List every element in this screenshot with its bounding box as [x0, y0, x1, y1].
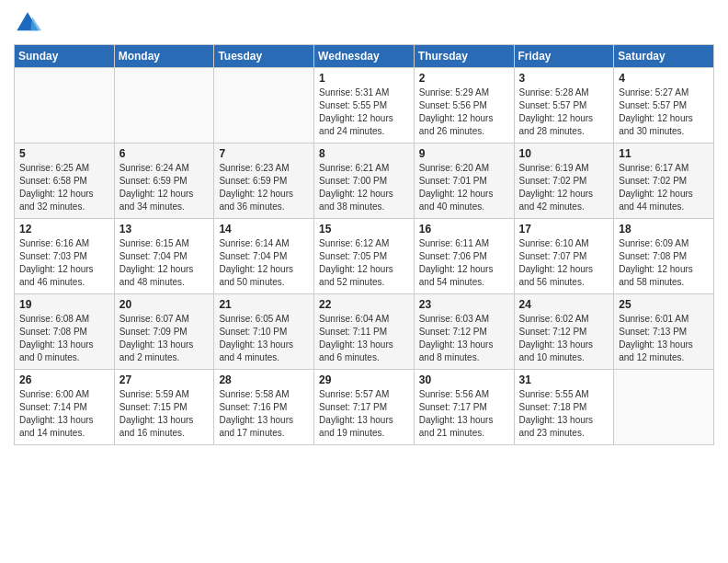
day-number: 27	[119, 373, 210, 386]
day-info: Sunrise: 6:19 AM Sunset: 7:02 PM Dayligh…	[519, 163, 594, 212]
day-info: Sunrise: 6:24 AM Sunset: 6:59 PM Dayligh…	[119, 163, 194, 212]
day-number: 24	[519, 298, 609, 311]
day-cell: 2Sunrise: 5:29 AM Sunset: 5:56 PM Daylig…	[414, 68, 514, 144]
day-number: 10	[519, 147, 609, 160]
day-cell: 31Sunrise: 5:55 AM Sunset: 7:18 PM Dayli…	[514, 370, 614, 445]
day-cell: 5Sunrise: 6:25 AM Sunset: 6:58 PM Daylig…	[15, 144, 115, 219]
header-row: SundayMondayTuesdayWednesdayThursdayFrid…	[15, 45, 714, 68]
day-info: Sunrise: 6:16 AM Sunset: 7:03 PM Dayligh…	[19, 238, 94, 287]
day-cell: 3Sunrise: 5:28 AM Sunset: 5:57 PM Daylig…	[514, 68, 614, 144]
week-row-5: 26Sunrise: 6:00 AM Sunset: 7:14 PM Dayli…	[15, 370, 714, 445]
day-info: Sunrise: 5:59 AM Sunset: 7:15 PM Dayligh…	[119, 389, 194, 438]
day-info: Sunrise: 6:09 AM Sunset: 7:08 PM Dayligh…	[619, 238, 693, 287]
day-cell	[114, 68, 214, 144]
day-number: 7	[219, 147, 309, 160]
day-cell: 9Sunrise: 6:20 AM Sunset: 7:01 PM Daylig…	[414, 144, 514, 219]
header-day-thursday: Thursday	[414, 45, 514, 68]
day-cell: 18Sunrise: 6:09 AM Sunset: 7:08 PM Dayli…	[614, 219, 714, 294]
day-info: Sunrise: 6:04 AM Sunset: 7:11 PM Dayligh…	[319, 314, 393, 362]
day-cell: 10Sunrise: 6:19 AM Sunset: 7:02 PM Dayli…	[514, 144, 614, 219]
day-cell: 24Sunrise: 6:02 AM Sunset: 7:12 PM Dayli…	[514, 294, 614, 370]
day-cell: 26Sunrise: 6:00 AM Sunset: 7:14 PM Dayli…	[15, 370, 115, 445]
day-cell: 19Sunrise: 6:08 AM Sunset: 7:08 PM Dayli…	[15, 294, 115, 370]
day-number: 5	[19, 147, 109, 160]
day-info: Sunrise: 6:23 AM Sunset: 6:59 PM Dayligh…	[219, 163, 293, 212]
day-info: Sunrise: 5:27 AM Sunset: 5:57 PM Dayligh…	[619, 87, 693, 136]
week-row-1: 1Sunrise: 5:31 AM Sunset: 5:55 PM Daylig…	[15, 68, 714, 144]
day-number: 16	[419, 223, 509, 236]
header-day-friday: Friday	[514, 45, 614, 68]
day-number: 14	[219, 223, 309, 236]
day-cell: 4Sunrise: 5:27 AM Sunset: 5:57 PM Daylig…	[614, 68, 714, 144]
day-info: Sunrise: 5:57 AM Sunset: 7:17 PM Dayligh…	[319, 389, 393, 438]
day-info: Sunrise: 6:17 AM Sunset: 7:02 PM Dayligh…	[619, 163, 693, 212]
day-info: Sunrise: 5:31 AM Sunset: 5:55 PM Dayligh…	[319, 87, 393, 136]
day-number: 29	[319, 373, 409, 386]
day-cell: 7Sunrise: 6:23 AM Sunset: 6:59 PM Daylig…	[214, 144, 314, 219]
day-info: Sunrise: 6:15 AM Sunset: 7:04 PM Dayligh…	[119, 238, 194, 287]
day-info: Sunrise: 6:20 AM Sunset: 7:01 PM Dayligh…	[419, 163, 494, 212]
day-cell: 1Sunrise: 5:31 AM Sunset: 5:55 PM Daylig…	[314, 68, 415, 144]
day-cell: 17Sunrise: 6:10 AM Sunset: 7:07 PM Dayli…	[514, 219, 614, 294]
day-cell: 23Sunrise: 6:03 AM Sunset: 7:12 PM Dayli…	[414, 294, 514, 370]
day-number: 23	[419, 298, 509, 311]
day-info: Sunrise: 6:25 AM Sunset: 6:58 PM Dayligh…	[19, 163, 94, 212]
day-number: 4	[619, 72, 709, 85]
day-cell: 30Sunrise: 5:56 AM Sunset: 7:17 PM Dayli…	[414, 370, 514, 445]
day-cell: 8Sunrise: 6:21 AM Sunset: 7:00 PM Daylig…	[314, 144, 415, 219]
day-number: 17	[519, 223, 609, 236]
day-info: Sunrise: 6:05 AM Sunset: 7:10 PM Dayligh…	[219, 314, 293, 362]
week-row-2: 5Sunrise: 6:25 AM Sunset: 6:58 PM Daylig…	[15, 144, 714, 219]
day-number: 26	[19, 373, 109, 386]
header-day-sunday: Sunday	[15, 45, 115, 68]
header-day-saturday: Saturday	[614, 45, 714, 68]
day-number: 31	[519, 373, 609, 386]
day-info: Sunrise: 5:28 AM Sunset: 5:57 PM Dayligh…	[519, 87, 594, 136]
day-number: 25	[619, 298, 709, 311]
day-info: Sunrise: 6:02 AM Sunset: 7:12 PM Dayligh…	[519, 314, 594, 362]
day-cell: 25Sunrise: 6:01 AM Sunset: 7:13 PM Dayli…	[614, 294, 714, 370]
day-number: 15	[319, 223, 409, 236]
day-number: 13	[119, 223, 210, 236]
day-cell: 6Sunrise: 6:24 AM Sunset: 6:59 PM Daylig…	[114, 144, 214, 219]
day-cell: 12Sunrise: 6:16 AM Sunset: 7:03 PM Dayli…	[15, 219, 115, 294]
week-row-3: 12Sunrise: 6:16 AM Sunset: 7:03 PM Dayli…	[15, 219, 714, 294]
day-info: Sunrise: 6:12 AM Sunset: 7:05 PM Dayligh…	[319, 238, 393, 287]
day-info: Sunrise: 5:58 AM Sunset: 7:16 PM Dayligh…	[219, 389, 293, 438]
day-cell: 14Sunrise: 6:14 AM Sunset: 7:04 PM Dayli…	[214, 219, 314, 294]
logo-icon	[14, 9, 41, 37]
day-cell: 11Sunrise: 6:17 AM Sunset: 7:02 PM Dayli…	[614, 144, 714, 219]
day-info: Sunrise: 6:11 AM Sunset: 7:06 PM Dayligh…	[419, 238, 494, 287]
day-number: 12	[19, 223, 109, 236]
header	[14, 9, 714, 37]
day-info: Sunrise: 6:03 AM Sunset: 7:12 PM Dayligh…	[419, 314, 494, 362]
header-day-tuesday: Tuesday	[214, 45, 314, 68]
day-number: 2	[419, 72, 509, 85]
day-cell: 28Sunrise: 5:58 AM Sunset: 7:16 PM Dayli…	[214, 370, 314, 445]
day-number: 11	[619, 147, 709, 160]
day-cell: 15Sunrise: 6:12 AM Sunset: 7:05 PM Dayli…	[314, 219, 415, 294]
calendar-table: SundayMondayTuesdayWednesdayThursdayFrid…	[14, 44, 714, 445]
day-info: Sunrise: 6:01 AM Sunset: 7:13 PM Dayligh…	[619, 314, 693, 362]
day-number: 6	[119, 147, 210, 160]
week-row-4: 19Sunrise: 6:08 AM Sunset: 7:08 PM Dayli…	[15, 294, 714, 370]
day-number: 18	[619, 223, 709, 236]
day-info: Sunrise: 6:10 AM Sunset: 7:07 PM Dayligh…	[519, 238, 594, 287]
day-info: Sunrise: 6:08 AM Sunset: 7:08 PM Dayligh…	[19, 314, 94, 362]
day-cell: 20Sunrise: 6:07 AM Sunset: 7:09 PM Dayli…	[114, 294, 214, 370]
day-info: Sunrise: 6:21 AM Sunset: 7:00 PM Dayligh…	[319, 163, 393, 212]
header-day-monday: Monday	[114, 45, 214, 68]
day-number: 28	[219, 373, 309, 386]
day-number: 1	[319, 72, 409, 85]
day-info: Sunrise: 6:14 AM Sunset: 7:04 PM Dayligh…	[219, 238, 293, 287]
page: SundayMondayTuesdayWednesdayThursdayFrid…	[0, 0, 728, 563]
day-cell: 21Sunrise: 6:05 AM Sunset: 7:10 PM Dayli…	[214, 294, 314, 370]
day-number: 19	[19, 298, 109, 311]
day-info: Sunrise: 6:07 AM Sunset: 7:09 PM Dayligh…	[119, 314, 194, 362]
day-info: Sunrise: 6:00 AM Sunset: 7:14 PM Dayligh…	[19, 389, 94, 438]
day-cell: 29Sunrise: 5:57 AM Sunset: 7:17 PM Dayli…	[314, 370, 415, 445]
day-cell	[15, 68, 115, 144]
day-number: 3	[519, 72, 609, 85]
day-cell	[214, 68, 314, 144]
day-info: Sunrise: 5:56 AM Sunset: 7:17 PM Dayligh…	[419, 389, 494, 438]
